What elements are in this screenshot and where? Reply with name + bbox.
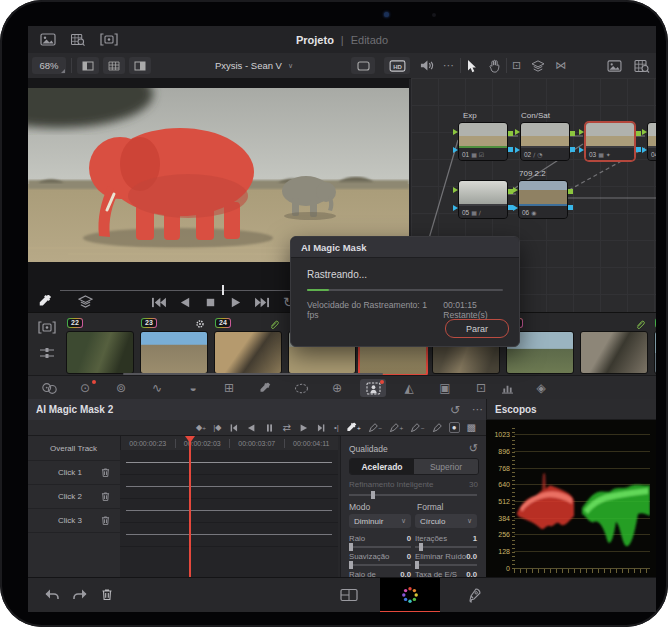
- view-mode-single-icon[interactable]: [77, 57, 99, 74]
- stroke-remove-icon[interactable]: ₋: [410, 423, 424, 433]
- blur-mesh-icon[interactable]: ⊞: [216, 379, 242, 397]
- proxy-hd-icon[interactable]: [384, 57, 410, 74]
- canvas-icon[interactable]: ▣: [432, 379, 458, 397]
- delete-icon[interactable]: [100, 587, 114, 602]
- project-title[interactable]: Projeto: [296, 34, 334, 46]
- keyframe-bar[interactable]: [126, 462, 332, 463]
- layers-overlay-icon[interactable]: [78, 295, 93, 308]
- track-to-end-icon[interactable]: •|: [334, 423, 339, 432]
- picker-icon[interactable]: [252, 379, 278, 397]
- color-wheels-icon[interactable]: [36, 379, 62, 397]
- mask-overlay-toggle[interactable]: ●: [449, 422, 460, 433]
- quality-reset-icon[interactable]: ↺: [469, 442, 478, 455]
- track-range-icon[interactable]: |◆: [213, 423, 221, 432]
- qualifier-icon[interactable]: ◒: [180, 379, 206, 397]
- play-icon[interactable]: [229, 296, 242, 309]
- node-02[interactable]: 02∕ ◔: [520, 122, 570, 161]
- stop-button[interactable]: Parar: [445, 319, 509, 338]
- keyframes-diamond-icon[interactable]: ◈: [528, 379, 554, 397]
- refinement-slider[interactable]: [349, 494, 477, 496]
- scopes-chart-icon[interactable]: [494, 379, 520, 397]
- go-last-icon[interactable]: [316, 423, 327, 433]
- stills-gallery-icon[interactable]: [607, 60, 622, 72]
- node-01[interactable]: 01▦ ☑: [458, 122, 508, 161]
- param-slider[interactable]: [415, 546, 477, 548]
- gear-icon[interactable]: [195, 319, 205, 329]
- audio-mute-icon[interactable]: [419, 59, 434, 72]
- node-05[interactable]: 05▦ ∕: [458, 180, 508, 219]
- keyframe-bar[interactable]: [126, 510, 332, 511]
- dialog-title-bar[interactable]: AI Magic Mask: [291, 237, 519, 258]
- play-reverse-icon[interactable]: [179, 296, 192, 309]
- track-content-area[interactable]: [120, 450, 338, 577]
- bypass-grades-icon[interactable]: [351, 57, 375, 74]
- track-bidirectional-icon[interactable]: ⇄: [282, 422, 290, 433]
- picker-add-icon[interactable]: ₊: [346, 422, 361, 433]
- timeline-clip[interactable]: 24: [214, 331, 282, 374]
- sizing-icon[interactable]: ⊡: [468, 379, 494, 397]
- picker-remove-icon[interactable]: ₋: [368, 423, 382, 433]
- clips-view-icon[interactable]: [100, 33, 118, 46]
- timeline-clip[interactable]: 22: [66, 331, 134, 374]
- more-options-icon[interactable]: ⋯: [472, 403, 484, 416]
- add-track-point-icon[interactable]: ◆₊: [196, 423, 206, 432]
- timeline-clip[interactable]: 23: [140, 331, 208, 374]
- trash-icon[interactable]: [100, 467, 111, 478]
- timeline-clip[interactable]: 30: [654, 331, 656, 374]
- trash-icon[interactable]: [100, 515, 111, 526]
- param-slider[interactable]: [349, 546, 411, 548]
- node-04[interactable]: 04: [647, 122, 656, 161]
- quality-option-accelerated[interactable]: Acelerado: [350, 459, 414, 474]
- timeline-ruler[interactable]: 00:00:00:23 00:00:02:03 00:00:03:07 00:0…: [120, 436, 338, 451]
- skip-last-frame-icon[interactable]: [254, 296, 271, 309]
- timeline-clip[interactable]: [580, 331, 648, 374]
- eraser-icon[interactable]: [432, 423, 442, 433]
- trash-icon[interactable]: [100, 491, 111, 502]
- go-first-icon[interactable]: [228, 423, 239, 433]
- scopes-header[interactable]: Escopos: [486, 399, 656, 420]
- curves-icon[interactable]: ∿: [144, 379, 170, 397]
- track-row-overall[interactable]: Overall Track: [28, 436, 120, 461]
- view-mode-grid-icon[interactable]: [103, 57, 125, 74]
- keyframe-bar[interactable]: [126, 534, 332, 535]
- undo-icon[interactable]: [44, 588, 60, 602]
- node-06[interactable]: 06◉: [518, 180, 568, 219]
- cut-page-icon[interactable]: [340, 588, 358, 602]
- pointer-tool-icon[interactable]: [466, 59, 477, 73]
- clips-filter-icon[interactable]: [38, 321, 56, 334]
- track-reverse-icon[interactable]: [246, 423, 257, 433]
- shape-dropdown[interactable]: Círculo∨: [415, 514, 477, 528]
- paperclip-icon[interactable]: [635, 319, 645, 329]
- pan-hand-icon[interactable]: [488, 59, 501, 73]
- mixer-icon[interactable]: ⋈: [555, 59, 566, 72]
- node-03-selected[interactable]: 03▦ ✦: [585, 122, 635, 161]
- matte-view-icon[interactable]: ▩: [467, 422, 476, 433]
- pause-icon[interactable]: [264, 423, 275, 433]
- stroke-add-icon[interactable]: ₊: [389, 423, 403, 433]
- gallery-grid-icon[interactable]: [70, 33, 86, 46]
- magic-mask-icon[interactable]: [360, 379, 386, 397]
- tracker-icon[interactable]: ⊕: [324, 379, 350, 397]
- eyedropper-icon[interactable]: [38, 294, 52, 308]
- lut-browser-icon[interactable]: [634, 59, 650, 73]
- timeline-playhead[interactable]: [189, 441, 191, 577]
- track-row-click2[interactable]: Click 2: [28, 484, 120, 509]
- track-forward-icon[interactable]: [298, 423, 309, 433]
- clip-name-dropdown[interactable]: Pxysis - Sean V ∨: [179, 60, 329, 71]
- layers-icon[interactable]: [531, 60, 545, 72]
- node-editor-icon[interactable]: ⊡: [512, 59, 521, 72]
- track-row-click1[interactable]: Click 1: [28, 460, 120, 485]
- hdr-wheel-icon[interactable]: ⊚: [108, 379, 134, 397]
- power-window-icon[interactable]: [288, 379, 314, 397]
- clips-sort-icon[interactable]: [39, 347, 55, 359]
- stop-icon[interactable]: [204, 296, 217, 309]
- track-row-click3[interactable]: Click 3: [28, 508, 120, 533]
- paperclip-icon[interactable]: [269, 319, 279, 329]
- color-page-tab-active[interactable]: [380, 578, 440, 612]
- zoom-level-button[interactable]: 68%: [32, 57, 66, 74]
- reset-icon[interactable]: ↺: [450, 403, 460, 417]
- blend-icon[interactable]: ◭: [396, 379, 422, 397]
- redo-icon[interactable]: [72, 588, 88, 602]
- skip-first-frame-icon[interactable]: [150, 296, 167, 309]
- quality-option-superior[interactable]: Superior: [414, 459, 478, 474]
